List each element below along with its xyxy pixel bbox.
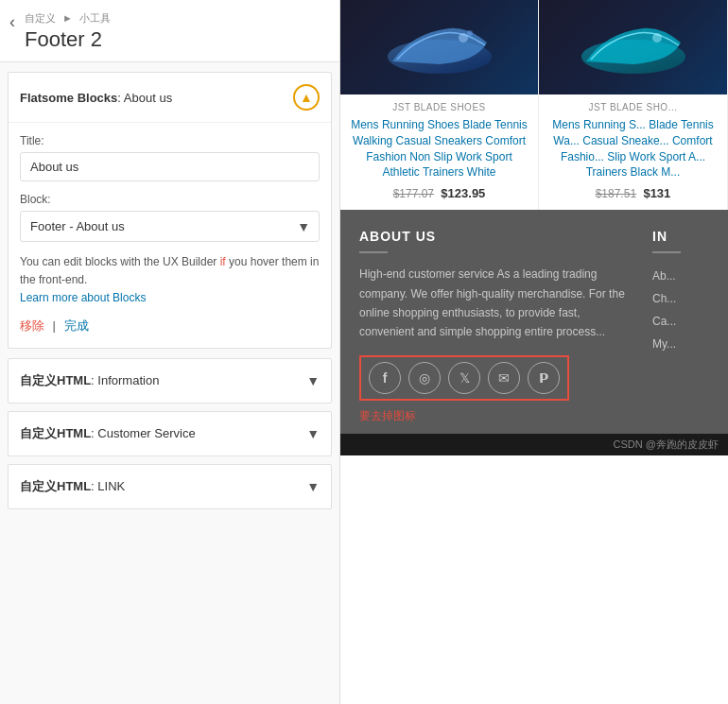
red-label-text: 要去掉图标 (359, 408, 633, 424)
footer-col-text-about-us: High-end customer service As a leading t… (359, 265, 633, 342)
flatsome-blocks-section: Flatsome Blocks: About us ▲ Title: Block… (8, 72, 332, 349)
title-label: Title: (20, 134, 320, 147)
page-title: Footer 2 (25, 27, 111, 52)
helper-text1: You can edit blocks with the UX Builder (20, 255, 220, 268)
block-label: Block: (20, 193, 320, 206)
collapsed-section-link: 自定义HTML: LINK ▼ (8, 464, 332, 509)
collapsed-header-customer-service[interactable]: 自定义HTML: Customer Service ▼ (9, 412, 331, 455)
twitter-icon[interactable]: 𝕏 (448, 362, 480, 394)
footer-col-about-us: ABOUT US High-end customer service As a … (359, 229, 633, 434)
shoe-svg-1 (383, 9, 496, 85)
separator: | (49, 318, 60, 333)
collapsed-prefix-information: 自定义HTML (20, 373, 91, 387)
product-name-1[interactable]: Mens Running Shoes Blade Tennis Walking … (350, 117, 529, 180)
chevron-down-icon-customer-service: ▼ (306, 426, 320, 441)
instagram-icon[interactable]: ◎ (408, 362, 441, 394)
section-header-title: Flatsome Blocks: About us (20, 91, 172, 105)
toggle-button[interactable]: ▲ (293, 84, 320, 111)
footer-col-title-about-us: ABOUT US (359, 229, 633, 244)
brand-name-2: JST BLADE SHO... (548, 102, 718, 112)
product-name-2[interactable]: Mens Running S... Blade Tennis Wa... Cas… (548, 117, 718, 180)
footer-col-title-info: IN (652, 229, 709, 244)
collapsed-header-title-link: 自定义HTML: LINK (20, 478, 125, 495)
watermark-bar: CSDN @奔跑的皮皮虾 (340, 434, 728, 455)
done-link[interactable]: 完成 (64, 318, 89, 333)
block-select[interactable]: Footer - About us (20, 211, 320, 242)
footer-col2-item-2: Ch... (652, 287, 709, 310)
header-nav: ‹ 自定义 ► 小工具 Footer 2 (0, 0, 339, 62)
collapsed-header-title-information: 自定义HTML: Information (20, 372, 159, 389)
section-header[interactable]: Flatsome Blocks: About us ▲ (9, 73, 331, 122)
product-col-1: JST BLADE SHOES Mens Running Shoes Blade… (340, 0, 539, 210)
chevron-down-icon-link: ▼ (306, 479, 320, 494)
products-row: JST BLADE SHOES Mens Running Shoes Blade… (340, 0, 728, 210)
footer-cols: ABOUT US High-end customer service As a … (359, 229, 709, 434)
collapsed-header-title-customer-service: 自定义HTML: Customer Service (20, 425, 196, 442)
facebook-icon[interactable]: f (369, 362, 401, 394)
learn-more-link[interactable]: Learn more about Blocks (20, 291, 146, 304)
product-info-1: JST BLADE SHOES Mens Running Shoes Blade… (340, 94, 538, 210)
action-links: 移除 | 完成 (20, 318, 320, 335)
product-info-2: JST BLADE SHO... Mens Running S... Blade… (539, 94, 727, 210)
shoe-svg-2 (577, 9, 690, 85)
collapsed-prefix-link: 自定义HTML (20, 479, 91, 493)
breadcrumb-arrow: ► (62, 12, 76, 24)
footer-col2-items: Ab... Ch... Ca... My... (652, 265, 709, 355)
title-field-row: Title: (20, 134, 320, 181)
section-header-prefix: Flatsome Blocks (20, 91, 117, 105)
sale-price-1: $123.95 (441, 186, 485, 200)
footer-col-divider-2 (652, 251, 681, 253)
collapsed-value-customer-service: Customer Service (97, 426, 195, 440)
collapsed-prefix-customer-service: 自定义HTML (20, 426, 91, 440)
brand-name-1: JST BLADE SHOES (350, 102, 529, 112)
left-panel: ‹ 自定义 ► 小工具 Footer 2 Flatsome Blocks: Ab… (0, 0, 340, 704)
product-image-1 (340, 0, 538, 94)
right-panel: JST BLADE SHOES Mens Running Shoes Blade… (340, 0, 728, 704)
delete-link[interactable]: 移除 (20, 318, 44, 333)
collapsed-header-information[interactable]: 自定义HTML: Information ▼ (9, 359, 331, 403)
pinterest-icon[interactable]: 𝗣 (528, 362, 560, 394)
product-col-2: JST BLADE SHO... Mens Running S... Blade… (539, 0, 728, 210)
collapsed-header-link[interactable]: 自定义HTML: LINK ▼ (9, 465, 331, 508)
svg-point-1 (459, 33, 468, 43)
block-field-row: Block: Footer - About us ▼ (20, 193, 320, 242)
original-price-2: $187.51 (596, 187, 636, 200)
product-img-inner-2 (539, 0, 727, 94)
chevron-down-icon-information: ▼ (306, 373, 320, 388)
block-select-wrap: Footer - About us ▼ (20, 211, 320, 242)
social-icons-container: f ◎ 𝕏 ✉ 𝗣 (359, 355, 633, 401)
collapsed-section-customer-service: 自定义HTML: Customer Service ▼ (8, 411, 332, 456)
product-img-inner-1 (340, 0, 538, 94)
footer-col2-item-4: My... (652, 333, 709, 355)
sale-price-2: $131 (643, 186, 670, 200)
svg-point-2 (467, 30, 473, 36)
title-input[interactable] (20, 152, 320, 181)
breadcrumb-part2: 小工具 (79, 12, 111, 24)
section-body: Title: Block: Footer - About us ▼ You ca… (9, 122, 331, 348)
helper-text: You can edit blocks with the UX Builder … (20, 253, 320, 308)
breadcrumb-area: 自定义 ► 小工具 Footer 2 (25, 11, 111, 52)
collapsed-section-information: 自定义HTML: Information ▼ (8, 358, 332, 404)
section-header-value: About us (124, 91, 172, 105)
email-icon[interactable]: ✉ (488, 362, 520, 394)
footer-col-divider-1 (359, 251, 388, 253)
svg-point-4 (652, 33, 662, 43)
social-icons-wrapper: f ◎ 𝕏 ✉ 𝗣 (359, 355, 569, 401)
breadcrumb-part1: 自定义 (25, 12, 56, 24)
footer-col2-item-1: Ab... (652, 265, 709, 287)
original-price-1: $177.07 (393, 187, 434, 200)
price-row-2: $187.51 $131 (548, 186, 718, 200)
back-arrow-button[interactable]: ‹ (9, 13, 15, 30)
watermark-text: CSDN @奔跑的皮皮虾 (614, 438, 719, 450)
collapsed-value-information: Information (97, 373, 159, 387)
footer-col-info: IN Ab... Ch... Ca... My... (652, 229, 709, 434)
footer-preview: ABOUT US High-end customer service As a … (340, 210, 728, 434)
product-image-2 (539, 0, 727, 94)
collapsed-value-link: LINK (97, 479, 125, 493)
footer-col2-item-3: Ca... (652, 310, 709, 333)
price-row-1: $177.07 $123.95 (350, 186, 529, 200)
breadcrumb: 自定义 ► 小工具 (25, 11, 111, 26)
